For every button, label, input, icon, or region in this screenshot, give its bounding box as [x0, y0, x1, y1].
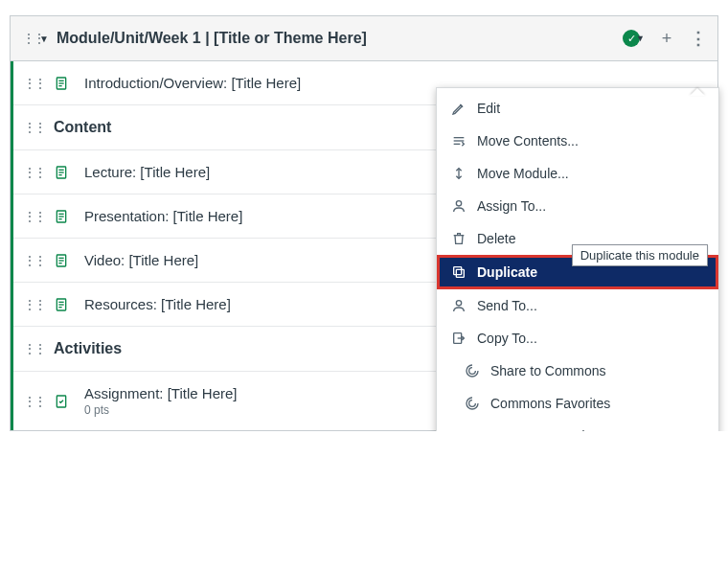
page-icon: [54, 297, 71, 312]
drag-handle-icon[interactable]: ⋮⋮: [22, 31, 35, 46]
drag-handle-icon[interactable]: ⋮⋮: [23, 297, 36, 312]
item-title: Lecture: [Title Here]: [84, 164, 210, 180]
page-icon: [54, 253, 71, 268]
commons-icon: [464, 396, 481, 411]
move-contents-icon: [450, 133, 467, 149]
user-icon: [450, 198, 467, 214]
drag-handle-icon[interactable]: ⋮⋮: [23, 209, 36, 224]
menu-label: Move Module...: [477, 166, 569, 181]
drag-handle-icon[interactable]: ⋮⋮: [23, 341, 36, 356]
certmaster-icon: C: [450, 428, 467, 431]
svg-rect-27: [454, 267, 462, 275]
move-module-icon: [450, 166, 467, 181]
subheader-title: Activities: [54, 340, 122, 357]
publish-status-button[interactable]: ✓ ▼: [623, 30, 645, 47]
copy-to-icon: [450, 331, 467, 346]
menu-label: Copy To...: [477, 331, 537, 346]
drag-handle-icon[interactable]: ⋮⋮: [23, 165, 36, 180]
menu-label: Delete: [477, 231, 515, 246]
menu-label: Edit: [477, 101, 500, 116]
commons-icon: [464, 363, 481, 378]
item-subtitle: 0 pts: [84, 403, 238, 417]
menu-move-contents[interactable]: Move Contents...: [437, 125, 718, 157]
module-header-actions: ✓ ▼ + ⋮: [623, 28, 706, 49]
svg-point-28: [456, 301, 461, 306]
item-content: Assignment: [Title Here] 0 pts: [84, 385, 238, 417]
menu-assign-to[interactable]: Assign To...: [437, 190, 718, 222]
menu-edit[interactable]: Edit: [437, 92, 718, 125]
collapse-caret-icon[interactable]: ▼: [39, 34, 49, 44]
menu-label: Duplicate: [477, 264, 537, 280]
pencil-icon: [450, 101, 467, 116]
menu-label: Send To...: [477, 298, 537, 313]
user-icon: [450, 298, 467, 313]
module-header: ⋮⋮ ▼ Module/Unit/Week 1 | [Title or Them…: [11, 16, 717, 61]
module-card: ⋮⋮ ▼ Module/Unit/Week 1 | [Title or Them…: [10, 15, 718, 431]
drag-handle-icon[interactable]: ⋮⋮: [23, 253, 36, 268]
chevron-down-icon: ▼: [636, 34, 645, 43]
menu-label: Assign To...: [477, 198, 546, 214]
module-title[interactable]: Module/Unit/Week 1 | [Title or Theme Her…: [57, 30, 623, 47]
menu-label: Move Contents...: [477, 133, 579, 149]
item-title: Introduction/Overview: [Title Here]: [84, 75, 301, 91]
duplicate-icon: [450, 264, 467, 280]
page-icon: [54, 76, 71, 91]
menu-label: Commons Favorites: [490, 396, 610, 411]
page-icon: [54, 209, 71, 224]
svg-rect-26: [456, 269, 464, 277]
add-item-button[interactable]: +: [658, 29, 675, 49]
item-title: Video: [Title Here]: [84, 252, 198, 268]
drag-handle-icon[interactable]: ⋮⋮: [23, 76, 36, 91]
menu-label: CertMaster LTI Adv: [477, 428, 592, 431]
item-title: Resources: [Title Here]: [84, 296, 231, 312]
duplicate-tooltip: Duplicate this module: [572, 244, 708, 266]
menu-move-module[interactable]: Move Module...: [437, 157, 718, 190]
drag-handle-icon[interactable]: ⋮⋮: [23, 394, 36, 409]
module-options-button[interactable]: ⋮: [689, 28, 706, 49]
subheader-title: Content: [54, 119, 111, 136]
svg-point-25: [456, 201, 461, 206]
menu-share-commons[interactable]: Share to Commons: [437, 355, 718, 387]
menu-send-to[interactable]: Send To...: [437, 289, 718, 322]
menu-commons-favorites[interactable]: Commons Favorites: [437, 387, 718, 420]
item-title: Assignment: [Title Here]: [84, 385, 238, 401]
menu-copy-to[interactable]: Copy To...: [437, 322, 718, 355]
page-icon: [54, 165, 71, 180]
tooltip-text: Duplicate this module: [580, 248, 699, 263]
item-title: Presentation: [Title Here]: [84, 208, 242, 224]
menu-label: Share to Commons: [490, 363, 606, 378]
assignment-icon: [54, 394, 71, 409]
menu-certmaster[interactable]: C CertMaster LTI Adv: [437, 420, 718, 431]
drag-handle-icon[interactable]: ⋮⋮: [23, 120, 36, 135]
trash-icon: [450, 231, 467, 246]
